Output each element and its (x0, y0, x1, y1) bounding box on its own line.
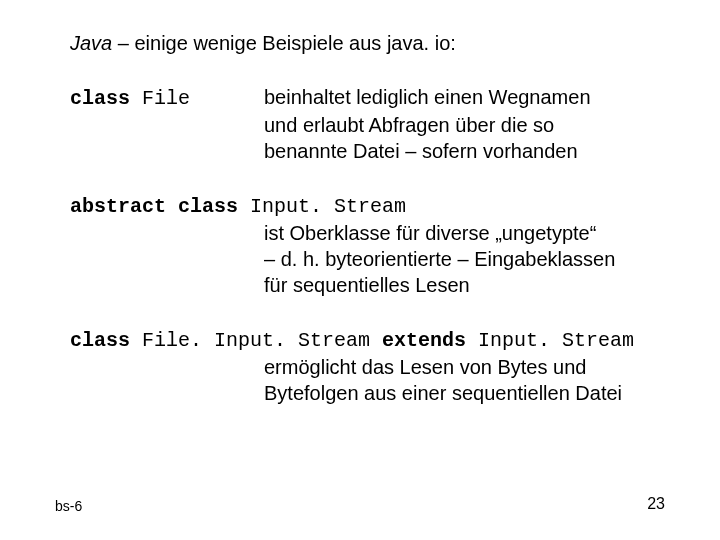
block-file-decl: class File (70, 84, 264, 112)
title-rest: – einige wenige Beispiele aus java. io: (112, 32, 456, 54)
keyword-class-2: class (70, 329, 142, 352)
footer-left: bs-6 (55, 497, 82, 515)
block-inputstream-desc-l2: – d. h. byteorientierte – Eingabeklassen (264, 246, 660, 272)
block-inputstream-desc-l3: für sequentielles Lesen (264, 272, 660, 298)
title-java: Java (70, 32, 112, 54)
block-fileinputstream-desc-l2: Bytefolgen aus einer sequentiellen Datei (264, 380, 660, 406)
block-file-desc-l1: beinhaltet lediglich einen Wegnamen (264, 84, 660, 112)
slide: Java – einige wenige Beispiele aus java.… (0, 0, 720, 540)
slide-title: Java – einige wenige Beispiele aus java.… (70, 30, 660, 56)
classname-inputstream-2: Input. Stream (478, 329, 634, 352)
block-fileinputstream: class File. Input. Stream extends Input.… (70, 326, 660, 406)
keyword-abstract-class: abstract class (70, 195, 250, 218)
footer-right: 23 (647, 494, 665, 515)
block-fileinputstream-decl: class File. Input. Stream extends Input.… (70, 326, 660, 354)
block-inputstream-decl: abstract class Input. Stream (70, 192, 660, 220)
block-file: class File beinhaltet lediglich einen We… (70, 84, 660, 164)
classname-inputstream: Input. Stream (250, 195, 406, 218)
block-file-line1: class File beinhaltet lediglich einen We… (70, 84, 660, 112)
block-file-desc-l2: und erlaubt Abfragen über die so (264, 112, 660, 138)
block-file-desc-l3: benannte Datei – sofern vorhanden (264, 138, 660, 164)
keyword-extends: extends (370, 329, 478, 352)
classname-file: File (142, 87, 190, 110)
block-inputstream: abstract class Input. Stream ist Oberkla… (70, 192, 660, 298)
block-inputstream-desc-l1: ist Oberklasse für diverse „ungetypte“ (264, 220, 660, 246)
block-fileinputstream-desc-l1: ermöglicht das Lesen von Bytes und (264, 354, 660, 380)
keyword-class: class (70, 87, 142, 110)
classname-fileinputstream: File. Input. Stream (142, 329, 370, 352)
